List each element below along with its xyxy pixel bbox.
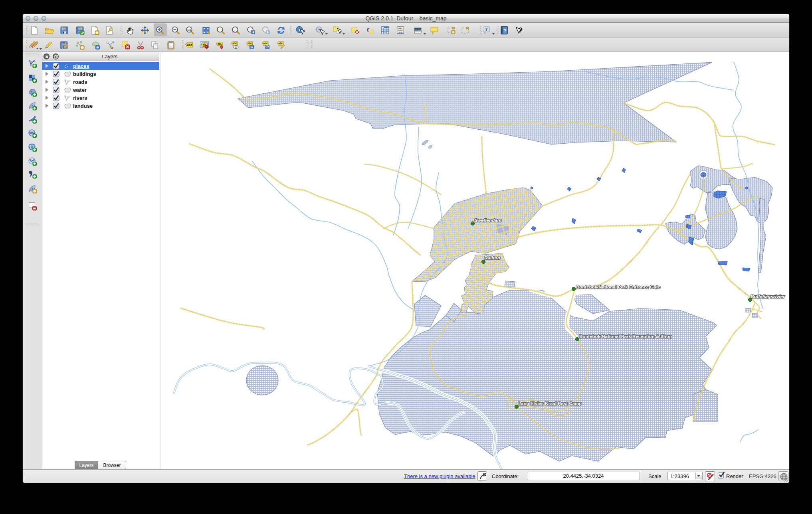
svg-text:abc: abc [187,43,192,46]
svg-text:Swellendam: Swellendam [474,217,501,223]
svg-text:abc: abc [263,42,267,44]
svg-text:?: ? [519,27,523,34]
svg-text:Bontebok National Park Recepti: Bontebok National Park Reception & Shop [579,334,672,339]
svg-text:ab: ab [218,42,221,45]
svg-text:Buffeljagsrivier: Buffeljagsrivier [751,294,785,299]
svg-text:Lang Elsies Kraal Rest Camp: Lang Elsies Kraal Rest Camp [518,401,582,406]
svg-text:?: ? [503,28,507,34]
svg-text:ab: ab [203,43,206,45]
svg-text:Railton: Railton [484,255,500,261]
svg-text:Bontebok National Park Entranc: Bontebok National Park Entrance Gate [576,285,660,289]
svg-text:abc: abc [278,42,283,44]
svg-text:ε: ε [367,26,370,33]
svg-text:abc: abc [233,42,237,44]
svg-text:T: T [485,27,488,32]
svg-text:abc: abc [248,42,252,44]
svg-text:1:1: 1:1 [187,28,191,31]
